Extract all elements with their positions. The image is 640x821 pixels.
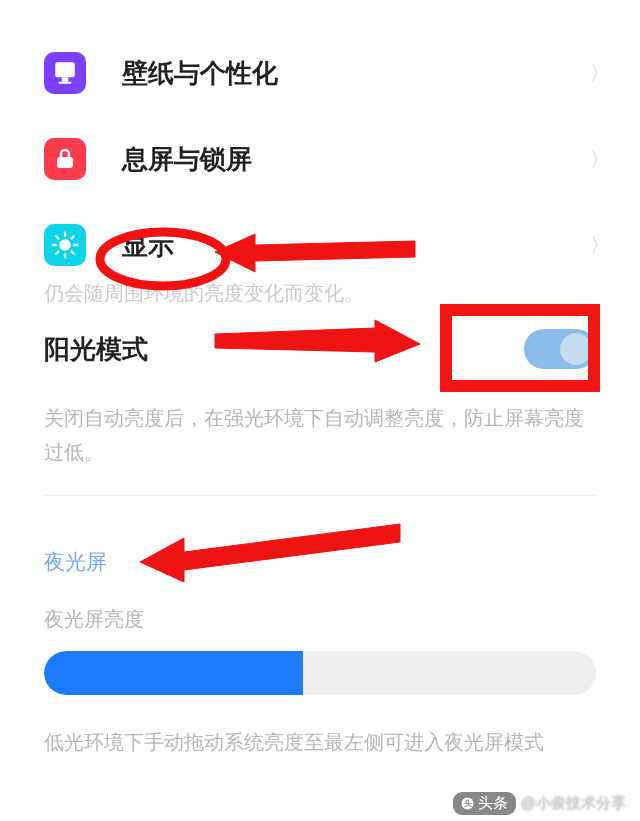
- watermark: 头 头条 @小俊技术分享: [453, 792, 626, 815]
- setting-label: 息屏与锁屏: [122, 142, 590, 177]
- night-light-slider-wrap: [0, 651, 640, 717]
- night-light-description: 低光环境下手动拖动系统亮度至最左侧可进入夜光屏模式: [0, 717, 640, 756]
- wallpaper-icon: [44, 52, 86, 94]
- truncated-description: 仍会随周围环境的亮度变化而变化。: [0, 278, 640, 315]
- chevron-right-icon: 〉: [590, 232, 610, 259]
- sunlight-mode-toggle[interactable]: [524, 329, 596, 369]
- chevron-right-icon: 〉: [590, 146, 610, 173]
- toggle-knob: [560, 333, 592, 365]
- setting-row-display[interactable]: 显示 〉: [0, 202, 640, 278]
- svg-line-9: [56, 236, 58, 238]
- svg-point-4: [59, 239, 71, 251]
- watermark-chip-label: 头条: [478, 794, 508, 813]
- svg-line-11: [56, 252, 58, 254]
- display-icon: [44, 224, 86, 266]
- svg-rect-1: [62, 77, 69, 81]
- night-light-slider[interactable]: [44, 651, 596, 695]
- setting-label: 壁纸与个性化: [122, 56, 590, 91]
- night-light-brightness-label: 夜光屏亮度: [0, 606, 640, 651]
- svg-rect-0: [55, 62, 75, 77]
- watermark-chip: 头 头条: [453, 792, 516, 815]
- svg-line-10: [72, 252, 74, 254]
- sunlight-mode-description: 关闭自动亮度后，在强光环境下自动调整亮度，防止屏幕亮度过低。: [0, 383, 640, 495]
- setting-row-lockscreen[interactable]: 息屏与锁屏 〉: [0, 116, 640, 202]
- settings-list: 壁纸与个性化 〉 息屏与锁屏 〉 显示 〉 仍会随周围环境的亮度变化而变化。 阳…: [0, 0, 640, 756]
- watermark-author: @小俊技术分享: [521, 794, 626, 813]
- setting-label: 显示: [122, 228, 590, 263]
- svg-text:头: 头: [463, 799, 471, 808]
- chevron-right-icon: 〉: [590, 60, 610, 87]
- night-light-section-title: 夜光屏: [0, 496, 640, 606]
- setting-row-wallpaper[interactable]: 壁纸与个性化 〉: [0, 30, 640, 116]
- svg-line-12: [72, 236, 74, 238]
- sunlight-mode-label: 阳光模式: [44, 332, 148, 367]
- slider-fill: [44, 651, 303, 695]
- svg-rect-3: [57, 157, 73, 168]
- lockscreen-icon: [44, 138, 86, 180]
- svg-rect-2: [59, 82, 72, 84]
- sunlight-mode-row: 阳光模式: [0, 315, 640, 383]
